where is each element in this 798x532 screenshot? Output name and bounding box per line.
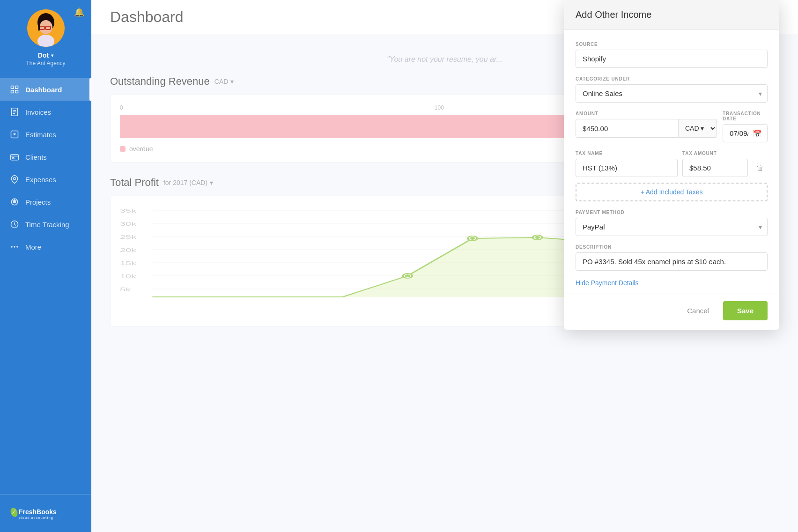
svg-text:FreshBooks: FreshBooks (19, 508, 57, 516)
description-input[interactable] (576, 252, 768, 271)
currency-select[interactable]: CAD ▾ (679, 119, 717, 138)
estimates-icon (9, 129, 20, 140)
source-label: SOURCE (576, 42, 768, 47)
categorize-select[interactable]: Online Sales (576, 84, 768, 103)
cancel-button[interactable]: Cancel (680, 302, 716, 319)
time-tracking-icon (9, 219, 20, 229)
sidebar: 🔔 Dot ▾ The Ant Agency (0, 0, 91, 532)
svg-rect-10 (15, 90, 18, 93)
tax-name-group: TAX NAME (576, 151, 678, 177)
payment-method-select-wrapper: PayPal ▾ (576, 218, 768, 236)
sidebar-item-invoices[interactable]: Invoices (0, 101, 91, 123)
tax-name-label: TAX NAME (576, 151, 678, 156)
sidebar-nav: Dashboard Invoices Estimates Clients (0, 74, 91, 494)
bell-icon[interactable]: 🔔 (74, 7, 84, 17)
tax-delete-button[interactable]: 🗑 (753, 159, 768, 177)
sidebar-item-projects[interactable]: Projects (0, 191, 91, 213)
expenses-icon (9, 174, 20, 185)
sidebar-footer: FreshBooks cloud accounting (0, 494, 91, 532)
payment-method-label: PAYMENT METHOD (576, 210, 768, 215)
description-group: DESCRIPTION (576, 244, 768, 271)
tax-name-input[interactable] (576, 159, 678, 177)
save-button[interactable]: Save (723, 301, 768, 320)
dashboard-icon (9, 84, 20, 95)
tax-amount-label: TAX AMOUNT (682, 151, 748, 156)
add-other-income-panel: Add Other Income SOURCE CATEGORIZE UNDER… (564, 0, 779, 330)
sidebar-item-dashboard[interactable]: Dashboard (0, 78, 91, 101)
more-icon (9, 242, 20, 252)
payment-method-select[interactable]: PayPal (576, 218, 768, 236)
date-input-wrapper: 📅 (723, 124, 768, 142)
sidebar-item-expenses[interactable]: Expenses (0, 168, 91, 191)
svg-rect-18 (12, 158, 14, 159)
hide-payment-link[interactable]: Hide Payment Details (576, 279, 768, 287)
tax-amount-group: TAX AMOUNT (682, 151, 748, 177)
svg-rect-9 (11, 90, 14, 93)
clients-icon (9, 152, 20, 162)
sidebar-item-clients[interactable]: Clients (0, 146, 91, 168)
svg-point-19 (14, 177, 16, 180)
tax-amount-input[interactable] (682, 159, 748, 177)
avatar[interactable] (27, 9, 65, 47)
projects-icon (9, 197, 20, 207)
main-content: Dashboard Invite ▾ Create New ... ▾ "You… (91, 0, 798, 532)
date-input[interactable] (723, 124, 768, 142)
svg-point-24 (16, 246, 18, 247)
source-input[interactable] (576, 50, 768, 68)
svg-point-23 (14, 246, 15, 247)
categorize-group: CATEGORIZE UNDER Online Sales ▾ (576, 76, 768, 103)
sidebar-item-more[interactable]: More (0, 236, 91, 258)
svg-text:cloud accounting: cloud accounting (19, 516, 53, 520)
panel-body: SOURCE CATEGORIZE UNDER Online Sales ▾ A… (564, 30, 779, 294)
amount-group: AMOUNT CAD ▾ (576, 111, 717, 142)
user-agency: The Ant Agency (26, 60, 65, 66)
panel-header: Add Other Income (564, 0, 779, 30)
categorize-label: CATEGORIZE UNDER (576, 76, 768, 81)
user-name[interactable]: Dot ▾ (38, 52, 53, 59)
invoices-icon (9, 107, 20, 117)
panel-title: Add Other Income (576, 9, 768, 20)
panel-footer: Cancel Save (564, 294, 779, 330)
payment-method-group: PAYMENT METHOD PayPal ▾ (576, 210, 768, 236)
transaction-date-group: TRANSACTION DATE 📅 (723, 111, 768, 142)
source-group: SOURCE (576, 42, 768, 68)
tax-row: TAX NAME TAX AMOUNT 🗑 (576, 151, 768, 177)
add-included-taxes-button[interactable]: + Add Included Taxes (576, 183, 768, 201)
user-chevron-icon: ▾ (51, 53, 53, 58)
svg-point-22 (11, 246, 13, 247)
svg-rect-16 (11, 155, 19, 160)
amount-date-row: AMOUNT CAD ▾ TRANSACTION DATE 📅 (576, 111, 768, 151)
svg-rect-8 (15, 86, 18, 89)
amount-label: AMOUNT (576, 111, 717, 116)
sidebar-item-time-tracking[interactable]: Time Tracking (0, 213, 91, 236)
transaction-date-label: TRANSACTION DATE (723, 111, 768, 121)
svg-point-27 (9, 507, 19, 518)
sidebar-item-estimates[interactable]: Estimates (0, 123, 91, 146)
svg-rect-7 (11, 86, 14, 89)
categorize-select-wrapper: Online Sales ▾ (576, 84, 768, 103)
description-label: DESCRIPTION (576, 244, 768, 250)
amount-input[interactable] (576, 119, 679, 138)
sidebar-header: 🔔 Dot ▾ The Ant Agency (0, 0, 91, 74)
freshbooks-logo: FreshBooks cloud accounting (9, 504, 82, 523)
amount-row: CAD ▾ (576, 119, 717, 138)
